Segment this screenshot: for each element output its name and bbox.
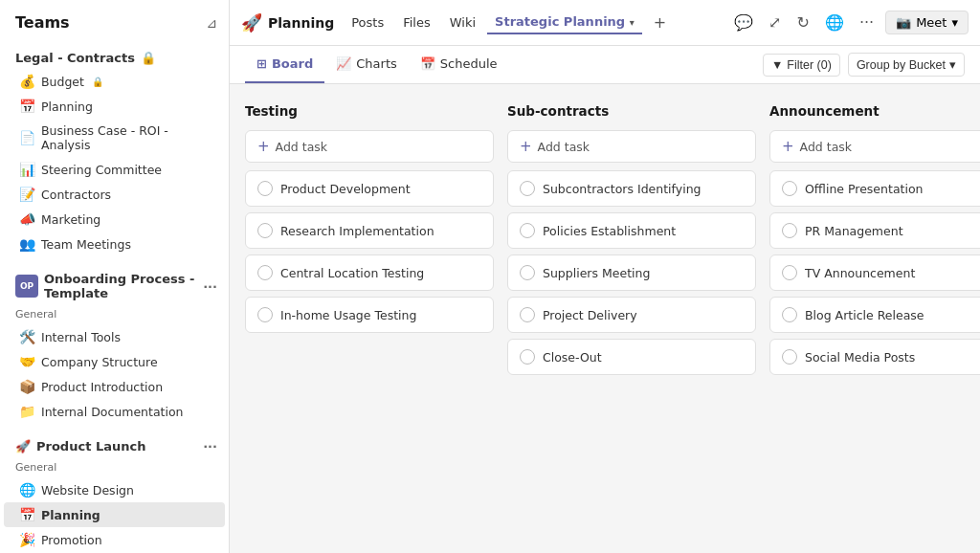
expand-icon[interactable]: ⤢ [765,10,785,35]
more-icon-launch[interactable]: ··· [203,439,217,453]
sidebar-header: Teams ⊿ [0,0,229,39]
task-label: Blog Article Release [805,308,924,322]
add-tab-button[interactable]: + [648,10,672,35]
subnav-right: ▼ Filter (0) Group by Bucket ▾ [763,53,965,77]
sidebar-item-team-meetings[interactable]: 👥 Team Meetings [4,232,225,256]
sidebar-group-legal[interactable]: Legal - Contracts 🔒 [0,43,229,69]
sidebar-item-contractors[interactable]: 📝 Contractors [4,182,225,207]
task-policies-establishment[interactable]: Policies Establishment [507,212,756,249]
sidebar-group-onboarding[interactable]: OP Onboarding Process - Template ··· [0,264,229,304]
nav-strategic-planning[interactable]: Strategic Planning ▾ [487,11,642,34]
task-blog-article[interactable]: Blog Article Release [769,297,980,333]
column-header-testing: Testing [245,100,494,124]
task-label: Central Location Testing [280,266,424,280]
sidebar-item-planning1[interactable]: 📅 Planning [4,94,225,119]
task-label: Policies Establishment [543,224,676,238]
globe-icon[interactable]: 🌐 [821,10,848,35]
add-task-announcement[interactable]: + Add task [769,130,980,163]
app-name: Planning [268,15,334,31]
sidebar-group-product-launch[interactable]: 🚀 Product Launch ··· [0,431,229,457]
meet-chevron-icon: ▾ [951,15,958,30]
tab-charts[interactable]: 📈 Charts [324,46,409,83]
plus-icon: + [782,138,794,155]
task-suppliers-meeting[interactable]: Suppliers Meeting [507,254,756,291]
topbar-nav: Posts Files Wiki Strategic Planning ▾ [344,11,641,34]
meet-camera-icon: 📷 [896,15,911,30]
task-circle [782,181,797,196]
task-circle [782,307,797,322]
task-tv-announcement[interactable]: TV Announcement [769,254,980,291]
sidebar-item-business-case[interactable]: 📄 Business Case - ROI - Analysis [4,119,225,157]
task-circle [782,349,797,365]
sidebar-item-company-structure[interactable]: 🤝 Company Structure [4,349,225,374]
more-icon-onboarding[interactable]: ··· [203,279,217,294]
chevron-down-icon: ▾ [630,17,635,28]
task-circle [520,307,535,322]
schedule-icon: 📅 [420,56,435,71]
task-label: Suppliers Meeting [543,266,650,280]
task-label: TV Announcement [805,266,915,280]
sidebar-item-steering[interactable]: 📊 Steering Committee [4,157,225,182]
task-circle [782,223,797,238]
task-in-home-usage[interactable]: In-home Usage Testing [245,297,494,333]
team-meetings-label: Team Meetings [41,237,131,252]
task-project-delivery[interactable]: Project Delivery [507,297,756,333]
group-by-button[interactable]: Group by Bucket ▾ [848,53,965,77]
more-options-icon[interactable]: ··· [856,10,878,35]
sidebar-item-budget[interactable]: 💰 Budget 🔒 [4,69,225,94]
task-offline-presentation[interactable]: Offline Presentation [769,170,980,207]
lock-icon: 🔒 [141,51,156,65]
topbar: 🚀 Planning Posts Files Wiki Strategic Pl… [230,0,980,46]
marketing-label: Marketing [41,212,100,227]
product-intro-label: Product Introduction [41,380,163,394]
company-structure-label: Company Structure [41,355,158,369]
task-label: Social Media Posts [805,350,915,365]
group-label: Group by Bucket [857,58,946,72]
sidebar-item-promotion[interactable]: 🎉 Promotion [4,527,225,552]
add-task-testing[interactable]: + Add task [245,130,494,163]
task-product-development[interactable]: Product Development [245,170,494,207]
nav-posts[interactable]: Posts [344,11,391,33]
sidebar-item-marketing[interactable]: 📣 Marketing [4,207,225,232]
task-label: Offline Presentation [805,182,924,196]
column-announcement: Announcement + Add task Offline Presenta… [769,100,980,375]
task-circle [257,223,273,238]
nav-files[interactable]: Files [395,11,438,33]
sidebar-item-internal-docs[interactable]: 📁 Internal Documentation [4,399,225,424]
add-task-label: Add task [800,140,853,154]
task-social-media[interactable]: Social Media Posts [769,339,980,375]
planning-active-icon: 📅 [19,507,35,522]
task-circle [257,307,273,322]
task-subcontractors-identifying[interactable]: Subcontractors Identifying [507,170,756,207]
add-task-sub-contracts[interactable]: + Add task [507,130,756,163]
planning-icon: 📅 [19,99,35,114]
task-central-location-testing[interactable]: Central Location Testing [245,254,494,291]
meet-button[interactable]: 📷 Meet ▾ [885,11,969,34]
add-task-label: Add task [276,140,328,154]
refresh-icon[interactable]: ↻ [792,10,813,35]
main-area: 🚀 Planning Posts Files Wiki Strategic Pl… [230,0,980,553]
filter-button[interactable]: ▼ Filter (0) [763,54,840,77]
task-close-out[interactable]: Close-Out [507,339,756,375]
nav-wiki[interactable]: Wiki [442,11,483,33]
sidebar-item-internal-tools[interactable]: 🛠️ Internal Tools [4,324,225,349]
chat-icon[interactable]: 💬 [730,10,757,35]
tab-schedule[interactable]: 📅 Schedule [409,46,509,83]
task-pr-management[interactable]: PR Management [769,212,980,249]
task-circle [257,265,273,280]
task-label: Research Implementation [280,224,434,238]
column-testing: Testing + Add task Product Development R… [245,100,494,333]
sidebar-item-product-intro[interactable]: 📦 Product Introduction [4,374,225,399]
promotion-label: Promotion [41,533,102,547]
board-area: Testing + Add task Product Development R… [230,84,980,553]
sidebar-item-website-design[interactable]: 🌐 Website Design [4,477,225,502]
charts-label: Charts [356,56,397,71]
task-research-implementation[interactable]: Research Implementation [245,212,494,249]
filter-icon[interactable]: ⊿ [206,15,217,31]
sidebar-item-planning-active[interactable]: 📅 Planning [4,502,225,527]
sidebar: Teams ⊿ Legal - Contracts 🔒 💰 Budget 🔒 📅… [0,0,230,553]
task-circle [520,349,535,365]
onboarding-sublabel: General [0,304,229,324]
tab-board[interactable]: ⊞ Board [245,46,324,83]
internal-docs-icon: 📁 [19,404,35,419]
